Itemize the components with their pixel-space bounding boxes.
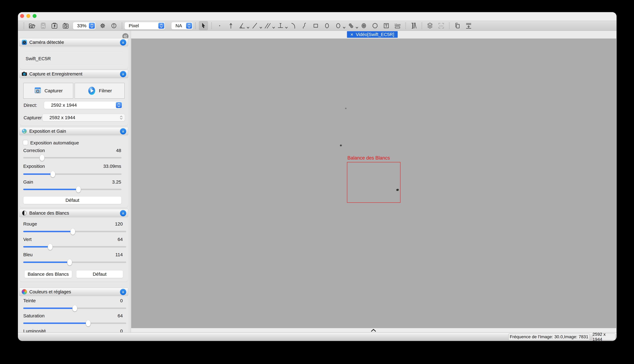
stepper-icon[interactable] <box>118 115 124 120</box>
settings-gear-icon[interactable] <box>98 21 107 30</box>
stepper-icon[interactable] <box>186 23 192 29</box>
rectangle-tool-icon[interactable] <box>311 21 320 30</box>
collapse-section-button[interactable] <box>120 289 126 295</box>
toolbar-group-handle <box>122 22 122 29</box>
export-icon[interactable] <box>464 21 473 30</box>
live-video-frame: Balance des Blancs <box>240 82 507 282</box>
exposure-slider[interactable] <box>23 171 122 177</box>
zoom-select[interactable]: 33% <box>73 22 96 30</box>
slider-label: Saturation <box>23 313 44 318</box>
polygon-tool-icon[interactable] <box>370 21 380 30</box>
section-header-colors[interactable]: Couleurs et réglages <box>19 288 128 296</box>
section-header-white-balance[interactable]: Balance des Blancs <box>19 209 128 217</box>
arrow-tool-icon[interactable] <box>226 21 236 30</box>
camera-list-item[interactable]: Swift_EC5R <box>26 56 51 61</box>
parallel-lines-tool-icon[interactable] <box>263 21 272 30</box>
close-tab-icon[interactable]: × <box>350 32 353 37</box>
correction-slider[interactable] <box>23 154 122 161</box>
exposure-panel: Exposition automatique Correction 48 Exp… <box>20 136 128 208</box>
cursor-arrow-icon[interactable] <box>199 21 208 30</box>
toolbar-group-handle <box>195 22 196 29</box>
slider-label: Vert <box>23 237 32 242</box>
blue-slider[interactable] <box>23 259 126 265</box>
collapse-section-button[interactable] <box>120 39 126 46</box>
ellipse-tool-icon[interactable] <box>322 21 332 30</box>
direct-resolution-select[interactable]: 2592 x 1944 <box>44 101 122 109</box>
double-chevron-up-icon <box>121 40 125 44</box>
open-file-icon[interactable] <box>28 21 36 30</box>
capture-button-label: Capturer <box>44 88 63 94</box>
zoom-value: 33% <box>73 23 86 28</box>
na-select[interactable]: NA <box>171 22 193 30</box>
section-header-exposure[interactable]: Exposition et Gain <box>19 127 128 135</box>
red-slider[interactable] <box>23 228 126 234</box>
status-bar: Fréquence de l'Image: 30.0,Image: 7831 2… <box>18 332 616 341</box>
slider-value: 33.09ms <box>103 164 121 169</box>
arc-tool-icon[interactable] <box>289 21 298 30</box>
minimize-window-button[interactable] <box>26 14 30 18</box>
unit-value: Pixel <box>125 23 139 28</box>
layers-icon[interactable] <box>426 21 434 30</box>
camera-flash-icon[interactable] <box>50 21 59 30</box>
saturation-slider[interactable] <box>23 320 126 326</box>
text-tool-icon[interactable] <box>382 21 391 30</box>
exposure-default-button[interactable]: Défaut <box>23 196 122 204</box>
chevron-down-icon[interactable] <box>343 26 346 29</box>
gain-slider[interactable] <box>23 186 122 192</box>
linked-circles-tool-icon[interactable] <box>346 21 356 30</box>
frame-info-panel: Fréquence de l'Image: 30.0,Image: 7831 <box>508 334 590 340</box>
angle-tool-icon[interactable] <box>238 21 247 30</box>
white-balance-button[interactable]: Balance des Blancs <box>24 270 72 278</box>
copy-icon[interactable] <box>453 21 462 30</box>
white-balance-panel: Rouge 120 Vert 64 Bleu 114 Balance des B… <box>20 218 128 282</box>
auto-exposure-checkbox[interactable] <box>23 140 28 145</box>
stepper-icon[interactable] <box>158 23 164 29</box>
info-icon[interactable] <box>109 21 118 30</box>
record-button[interactable]: Filmer <box>74 83 125 99</box>
video-canvas: Balance des Blancs <box>131 38 616 328</box>
capture-resolution-select[interactable]: 2592 x 1944 <box>42 114 125 122</box>
unit-select[interactable]: Pixel <box>124 22 165 30</box>
chevron-down-icon[interactable] <box>247 26 249 29</box>
chevron-down-icon[interactable] <box>356 26 358 29</box>
green-slider[interactable] <box>23 244 126 250</box>
curve-tool-icon[interactable] <box>300 21 309 30</box>
close-window-button[interactable] <box>20 14 24 18</box>
chevron-down-icon[interactable] <box>260 26 262 29</box>
csv-export-icon[interactable]: CSV <box>437 21 446 30</box>
collapse-section-button[interactable] <box>120 210 126 216</box>
scalebar-tool-icon[interactable]: 10um <box>393 21 402 30</box>
toolbar-group-handle <box>405 22 406 29</box>
camera-timer-icon[interactable] <box>61 21 70 30</box>
webcam-icon <box>22 40 27 45</box>
capture-window-icon <box>34 87 42 95</box>
slider-label: Gain <box>23 179 33 185</box>
chevron-down-icon[interactable] <box>272 26 275 29</box>
white-balance-roi[interactable] <box>347 162 400 203</box>
calipers-icon[interactable] <box>409 21 418 30</box>
stepper-icon[interactable] <box>89 23 95 29</box>
collapse-section-button[interactable] <box>120 128 126 134</box>
wb-default-button[interactable]: Défaut <box>76 270 123 278</box>
toolbar: 33% Pixel NA <box>18 20 616 31</box>
chevron-down-icon[interactable] <box>285 26 288 29</box>
camera-list-panel: Swift_EC5R <box>20 47 128 69</box>
concentric-circles-tool-icon[interactable] <box>359 21 368 30</box>
expand-up-icon[interactable] <box>370 329 377 332</box>
capture-button[interactable]: Capturer <box>23 83 73 99</box>
stepper-icon[interactable] <box>116 102 122 108</box>
circle-tool-icon[interactable] <box>334 21 343 30</box>
section-header-capture[interactable]: Capture et Enregistrement <box>19 70 128 78</box>
collapse-section-button[interactable] <box>120 71 126 77</box>
perpendicular-tool-icon[interactable] <box>276 21 285 30</box>
hue-slider[interactable] <box>23 305 126 311</box>
point-tool-icon[interactable] <box>215 21 224 30</box>
section-header-camera[interactable]: Caméra détectée <box>19 38 128 46</box>
section-title: Caméra détectée <box>29 40 64 45</box>
tab-video[interactable]: × Vidéo[Swift_EC5R] <box>347 31 398 38</box>
line-tool-icon[interactable] <box>250 21 260 30</box>
zoom-window-button[interactable] <box>32 14 36 18</box>
button-label: Défaut <box>66 198 79 203</box>
save-icon[interactable] <box>39 21 48 30</box>
section-title: Couleurs et réglages <box>29 289 71 294</box>
